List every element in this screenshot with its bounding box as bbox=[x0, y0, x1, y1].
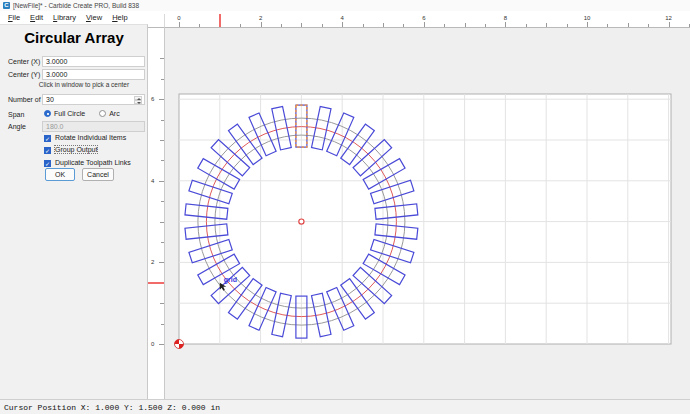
snap-tooltip: grid bbox=[224, 276, 237, 284]
ruler-label: 6 bbox=[422, 15, 425, 21]
checkbox-label: Rotate Individual Items bbox=[55, 134, 126, 141]
ruler-tick bbox=[160, 303, 164, 304]
span-label: Span bbox=[8, 111, 24, 118]
ruler-tick bbox=[363, 24, 364, 27]
ruler-tick bbox=[159, 181, 164, 182]
ruler-corner bbox=[148, 14, 165, 28]
radio-label: Arc bbox=[109, 110, 120, 117]
checkbox-label: Duplicate Toolpath Links bbox=[55, 159, 131, 166]
spinner-arrows[interactable] bbox=[134, 96, 142, 105]
pick-center-hint: Click in window to pick a center bbox=[24, 81, 144, 88]
status-bar: Cursor Position X: 1.000 Y: 1.500 Z: 0.0… bbox=[0, 399, 690, 414]
angle-row: Angle 180.0 bbox=[0, 121, 148, 132]
ruler-label: 0 bbox=[151, 341, 154, 347]
center-y-row: Center (Y) 3.0000 bbox=[0, 69, 148, 80]
ruler-label: 10 bbox=[584, 15, 591, 21]
ruler-tick bbox=[161, 324, 164, 325]
span-option-arc[interactable]: Arc bbox=[99, 110, 120, 117]
ruler-tick bbox=[465, 23, 466, 27]
ruler-tick bbox=[160, 58, 164, 59]
radio-icon[interactable] bbox=[99, 110, 106, 117]
app-window: C [NewFile]* - Carbide Create PRO, Build… bbox=[0, 0, 690, 414]
button-row: OK Cancel bbox=[0, 168, 148, 182]
circular-array-panel: Circular Array Center (X) 3.0000 Center … bbox=[0, 24, 148, 399]
ruler-tick bbox=[587, 22, 588, 27]
ruler-tick bbox=[161, 201, 164, 202]
span-option-full-circle[interactable]: Full Circle bbox=[44, 110, 85, 117]
ruler-tick bbox=[607, 24, 608, 27]
ok-button[interactable]: OK bbox=[45, 168, 75, 181]
ruler-tick bbox=[526, 24, 527, 27]
ruler-label: 6 bbox=[151, 96, 154, 102]
checkbox-icon[interactable]: ✓ bbox=[44, 160, 51, 167]
ruler-tick bbox=[424, 22, 425, 27]
center-x-row: Center (X) 3.0000 bbox=[0, 56, 148, 67]
ruler-tick bbox=[159, 262, 164, 263]
ruler-tick bbox=[546, 23, 547, 27]
ruler-tick bbox=[505, 22, 506, 27]
canvas-svg[interactable]: grid bbox=[165, 28, 690, 399]
ruler-tick bbox=[383, 23, 384, 27]
ruler-tick bbox=[159, 344, 164, 345]
ruler-label: 12 bbox=[665, 15, 672, 21]
spin-down-icon[interactable] bbox=[134, 100, 142, 104]
radio-icon[interactable] bbox=[44, 110, 51, 117]
menu-library[interactable]: Library bbox=[48, 12, 81, 23]
ruler-tick bbox=[403, 24, 404, 27]
ruler-label: 2 bbox=[151, 259, 154, 265]
checkbox-row-rotate-individual-items[interactable]: ✓Rotate Individual Items bbox=[44, 134, 148, 145]
ruler-label: 2 bbox=[259, 15, 262, 21]
checkbox-icon[interactable]: ✓ bbox=[44, 147, 51, 154]
ruler-tick bbox=[199, 24, 200, 27]
center-y-label: Center (Y) bbox=[8, 71, 40, 78]
menu-bar: FileEditLibraryViewHelp bbox=[0, 11, 165, 24]
radio-label: Full Circle bbox=[54, 110, 85, 117]
menu-edit[interactable]: Edit bbox=[25, 12, 48, 23]
center-x-input[interactable]: 3.0000 bbox=[42, 56, 145, 67]
ruler-tick bbox=[322, 24, 323, 27]
ruler-tick bbox=[669, 22, 670, 27]
checkbox-row-group-output[interactable]: ✓Group Output bbox=[44, 146, 148, 157]
center-x-label: Center (X) bbox=[8, 58, 40, 65]
ruler-label: 4 bbox=[341, 15, 344, 21]
window-title: [NewFile]* - Carbide Create PRO, Build 8… bbox=[13, 2, 139, 9]
app-icon: C bbox=[3, 2, 10, 9]
cursor-position-readout: Cursor Position X: 1.000 Y: 1.500 Z: 0.0… bbox=[0, 403, 220, 412]
span-row: Span Full CircleArc bbox=[0, 109, 148, 120]
number-of-items-spinner[interactable]: 30 bbox=[42, 94, 145, 105]
ruler-tick bbox=[648, 24, 649, 27]
center-y-input[interactable]: 3.0000 bbox=[42, 69, 145, 80]
ruler-tick bbox=[179, 22, 180, 27]
cancel-button[interactable]: Cancel bbox=[82, 168, 114, 181]
ruler-tick bbox=[161, 160, 164, 161]
ruler-tick bbox=[342, 22, 343, 27]
menu-help[interactable]: Help bbox=[107, 12, 132, 23]
checkbox-icon[interactable]: ✓ bbox=[44, 135, 51, 142]
panel-title: Circular Array bbox=[0, 29, 148, 46]
ruler-label: 4 bbox=[151, 178, 154, 184]
ruler-tick bbox=[160, 222, 164, 223]
cursor-x-marker bbox=[219, 14, 222, 28]
title-bar: C [NewFile]* - Carbide Create PRO, Build… bbox=[0, 0, 690, 11]
ruler-label: 0 bbox=[177, 15, 180, 21]
ruler-tick bbox=[567, 24, 568, 27]
ruler-tick bbox=[161, 242, 164, 243]
menu-file[interactable]: File bbox=[3, 12, 25, 23]
ruler-tick bbox=[261, 22, 262, 27]
ruler-tick bbox=[444, 24, 445, 27]
ruler-tick bbox=[161, 120, 164, 121]
ruler-label: 8 bbox=[504, 15, 507, 21]
ruler-tick bbox=[628, 23, 629, 27]
ruler-tick bbox=[159, 99, 164, 100]
ruler-tick bbox=[281, 24, 282, 27]
ruler-tick bbox=[161, 79, 164, 80]
cursor-y-marker bbox=[148, 282, 165, 285]
angle-input: 180.0 bbox=[42, 121, 145, 132]
ruler-tick bbox=[240, 24, 241, 27]
checkbox-label: Group Output bbox=[55, 146, 97, 153]
design-canvas[interactable]: grid bbox=[165, 28, 690, 399]
menu-view[interactable]: View bbox=[81, 12, 107, 23]
ruler-tick bbox=[485, 24, 486, 27]
origin-marker bbox=[175, 340, 184, 349]
number-of-items-row: Number of Items 30 bbox=[0, 94, 148, 105]
